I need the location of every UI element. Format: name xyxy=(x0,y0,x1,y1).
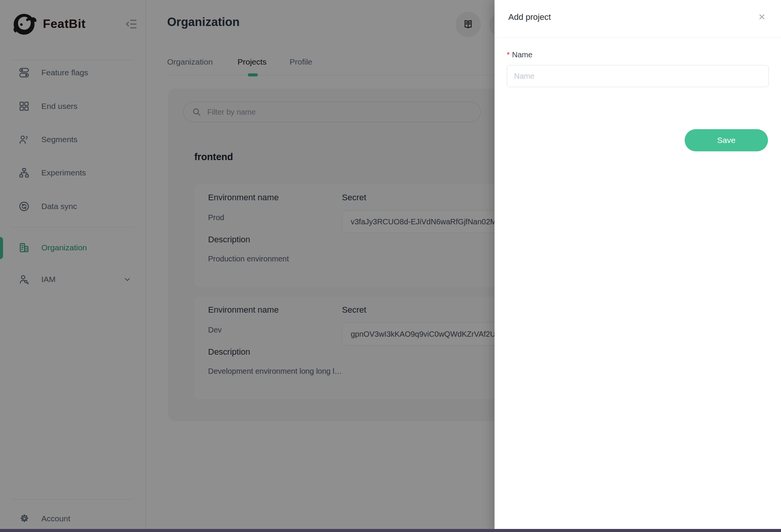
name-field-label: *Name xyxy=(507,50,532,59)
required-mark: * xyxy=(507,50,510,59)
name-label-text: Name xyxy=(512,50,532,59)
bottom-window-edge xyxy=(0,529,781,532)
drawer-header-divider xyxy=(495,37,781,37)
drawer-title: Add project xyxy=(508,12,551,22)
app-window: FeatBit Feature flags xyxy=(0,0,781,532)
add-project-drawer: Add project × *Name Save xyxy=(495,0,781,532)
project-name-input[interactable] xyxy=(507,65,769,87)
close-icon[interactable]: × xyxy=(754,9,770,24)
save-button[interactable]: Save xyxy=(685,129,768,151)
